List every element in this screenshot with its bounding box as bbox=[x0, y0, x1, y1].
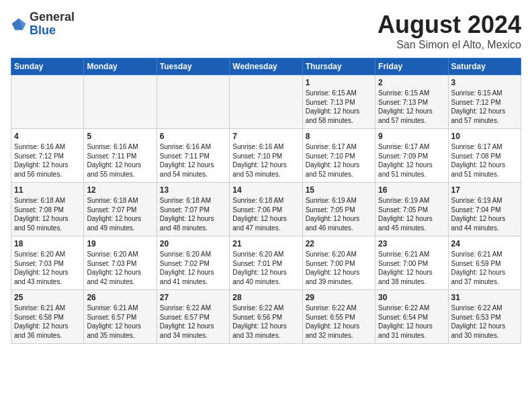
calendar-cell: 8Sunrise: 6:17 AM Sunset: 7:10 PM Daylig… bbox=[302, 129, 375, 183]
subtitle: San Simon el Alto, Mexico bbox=[378, 39, 521, 51]
day-content: Sunrise: 6:16 AM Sunset: 7:11 PM Dayligh… bbox=[160, 142, 226, 179]
week-row-5: 25Sunrise: 6:21 AM Sunset: 6:58 PM Dayli… bbox=[11, 290, 521, 344]
day-header-saturday: Saturday bbox=[448, 58, 521, 75]
day-content: Sunrise: 6:22 AM Sunset: 6:55 PM Dayligh… bbox=[306, 304, 372, 340]
calendar-cell: 2Sunrise: 6:15 AM Sunset: 7:13 PM Daylig… bbox=[375, 75, 448, 129]
logo-blue: Blue bbox=[30, 24, 56, 37]
day-number: 30 bbox=[378, 293, 445, 302]
calendar-cell: 21Sunrise: 6:20 AM Sunset: 7:01 PM Dayli… bbox=[230, 236, 302, 290]
week-row-2: 4Sunrise: 6:16 AM Sunset: 7:12 PM Daylig… bbox=[11, 129, 521, 183]
calendar-cell: 3Sunrise: 6:15 AM Sunset: 7:12 PM Daylig… bbox=[448, 75, 521, 129]
calendar-cell: 12Sunrise: 6:18 AM Sunset: 7:07 PM Dayli… bbox=[84, 183, 157, 236]
day-number: 3 bbox=[451, 78, 518, 87]
day-content: Sunrise: 6:22 AM Sunset: 6:57 PM Dayligh… bbox=[160, 304, 226, 340]
calendar-cell: 10Sunrise: 6:17 AM Sunset: 7:08 PM Dayli… bbox=[448, 129, 521, 183]
week-row-4: 18Sunrise: 6:20 AM Sunset: 7:03 PM Dayli… bbox=[11, 236, 521, 290]
day-number: 5 bbox=[87, 132, 153, 141]
day-number: 9 bbox=[378, 132, 445, 141]
calendar-cell: 17Sunrise: 6:19 AM Sunset: 7:04 PM Dayli… bbox=[448, 183, 521, 236]
day-header-thursday: Thursday bbox=[302, 58, 375, 75]
day-content: Sunrise: 6:19 AM Sunset: 7:04 PM Dayligh… bbox=[451, 196, 518, 232]
calendar-cell: 9Sunrise: 6:17 AM Sunset: 7:09 PM Daylig… bbox=[375, 129, 448, 183]
day-content: Sunrise: 6:21 AM Sunset: 6:57 PM Dayligh… bbox=[87, 304, 153, 340]
day-content: Sunrise: 6:18 AM Sunset: 7:06 PM Dayligh… bbox=[232, 196, 299, 232]
day-number: 8 bbox=[306, 132, 372, 141]
day-content: Sunrise: 6:15 AM Sunset: 7:13 PM Dayligh… bbox=[306, 89, 372, 125]
calendar-cell: 19Sunrise: 6:20 AM Sunset: 7:03 PM Dayli… bbox=[84, 236, 157, 290]
calendar-cell bbox=[230, 75, 302, 129]
day-content: Sunrise: 6:20 AM Sunset: 7:03 PM Dayligh… bbox=[87, 250, 153, 286]
calendar-cell bbox=[11, 75, 84, 129]
calendar-cell: 6Sunrise: 6:16 AM Sunset: 7:11 PM Daylig… bbox=[157, 129, 229, 183]
week-row-3: 11Sunrise: 6:18 AM Sunset: 7:08 PM Dayli… bbox=[11, 183, 521, 236]
day-number: 12 bbox=[87, 185, 153, 195]
day-content: Sunrise: 6:18 AM Sunset: 7:08 PM Dayligh… bbox=[14, 196, 81, 232]
day-number: 16 bbox=[378, 185, 445, 195]
calendar-table: SundayMondayTuesdayWednesdayThursdayFrid… bbox=[11, 58, 521, 344]
day-content: Sunrise: 6:21 AM Sunset: 6:59 PM Dayligh… bbox=[451, 250, 518, 286]
page-header: General Blue August 2024 San Simon el Al… bbox=[11, 11, 521, 51]
calendar-cell: 30Sunrise: 6:22 AM Sunset: 6:54 PM Dayli… bbox=[375, 290, 448, 344]
day-content: Sunrise: 6:16 AM Sunset: 7:12 PM Dayligh… bbox=[14, 142, 81, 179]
day-content: Sunrise: 6:20 AM Sunset: 7:03 PM Dayligh… bbox=[14, 250, 81, 286]
day-content: Sunrise: 6:22 AM Sunset: 6:56 PM Dayligh… bbox=[232, 304, 299, 340]
day-content: Sunrise: 6:19 AM Sunset: 7:05 PM Dayligh… bbox=[306, 196, 372, 232]
day-content: Sunrise: 6:20 AM Sunset: 7:00 PM Dayligh… bbox=[306, 250, 372, 286]
calendar-cell bbox=[157, 75, 229, 129]
day-header-tuesday: Tuesday bbox=[157, 58, 229, 75]
day-number: 29 bbox=[306, 293, 372, 302]
calendar-cell: 13Sunrise: 6:18 AM Sunset: 7:07 PM Dayli… bbox=[157, 183, 229, 236]
day-number: 26 bbox=[87, 293, 153, 302]
day-number: 25 bbox=[14, 293, 81, 302]
calendar-cell: 14Sunrise: 6:18 AM Sunset: 7:06 PM Dayli… bbox=[230, 183, 302, 236]
day-number: 21 bbox=[232, 239, 299, 248]
day-number: 31 bbox=[451, 293, 518, 302]
day-number: 7 bbox=[232, 132, 299, 141]
day-number: 10 bbox=[451, 132, 518, 141]
calendar-cell: 15Sunrise: 6:19 AM Sunset: 7:05 PM Dayli… bbox=[302, 183, 375, 236]
day-number: 13 bbox=[160, 185, 226, 195]
logo: General Blue bbox=[11, 11, 75, 38]
calendar-cell: 26Sunrise: 6:21 AM Sunset: 6:57 PM Dayli… bbox=[84, 290, 157, 344]
day-number: 2 bbox=[378, 78, 445, 87]
calendar-cell: 4Sunrise: 6:16 AM Sunset: 7:12 PM Daylig… bbox=[11, 129, 84, 183]
day-number: 15 bbox=[306, 185, 372, 195]
calendar-cell: 22Sunrise: 6:20 AM Sunset: 7:00 PM Dayli… bbox=[302, 236, 375, 290]
day-content: Sunrise: 6:22 AM Sunset: 6:53 PM Dayligh… bbox=[451, 304, 518, 340]
day-number: 22 bbox=[306, 239, 372, 248]
day-header-wednesday: Wednesday bbox=[230, 58, 302, 75]
title-block: August 2024 San Simon el Alto, Mexico bbox=[378, 11, 521, 51]
calendar-cell: 16Sunrise: 6:19 AM Sunset: 7:05 PM Dayli… bbox=[375, 183, 448, 236]
day-content: Sunrise: 6:18 AM Sunset: 7:07 PM Dayligh… bbox=[160, 196, 226, 232]
calendar-header-row: SundayMondayTuesdayWednesdayThursdayFrid… bbox=[11, 58, 521, 75]
day-content: Sunrise: 6:16 AM Sunset: 7:11 PM Dayligh… bbox=[87, 142, 153, 179]
day-number: 18 bbox=[14, 239, 81, 248]
calendar-cell: 5Sunrise: 6:16 AM Sunset: 7:11 PM Daylig… bbox=[84, 129, 157, 183]
calendar-cell: 24Sunrise: 6:21 AM Sunset: 6:59 PM Dayli… bbox=[448, 236, 521, 290]
day-number: 14 bbox=[232, 185, 299, 195]
logo-icon bbox=[11, 16, 27, 32]
day-number: 20 bbox=[160, 239, 226, 248]
day-content: Sunrise: 6:21 AM Sunset: 7:00 PM Dayligh… bbox=[378, 250, 445, 286]
day-number: 1 bbox=[306, 78, 372, 87]
calendar-cell: 23Sunrise: 6:21 AM Sunset: 7:00 PM Dayli… bbox=[375, 236, 448, 290]
main-title: August 2024 bbox=[378, 11, 521, 39]
calendar-cell: 25Sunrise: 6:21 AM Sunset: 6:58 PM Dayli… bbox=[11, 290, 84, 344]
day-number: 27 bbox=[160, 293, 226, 302]
day-header-sunday: Sunday bbox=[11, 58, 84, 75]
calendar-cell: 27Sunrise: 6:22 AM Sunset: 6:57 PM Dayli… bbox=[157, 290, 229, 344]
day-number: 28 bbox=[232, 293, 299, 302]
day-number: 6 bbox=[160, 132, 226, 141]
day-number: 4 bbox=[14, 132, 81, 141]
day-number: 19 bbox=[87, 239, 153, 248]
day-content: Sunrise: 6:17 AM Sunset: 7:08 PM Dayligh… bbox=[451, 142, 518, 179]
calendar-cell: 28Sunrise: 6:22 AM Sunset: 6:56 PM Dayli… bbox=[230, 290, 302, 344]
day-content: Sunrise: 6:17 AM Sunset: 7:10 PM Dayligh… bbox=[306, 142, 372, 179]
day-content: Sunrise: 6:15 AM Sunset: 7:12 PM Dayligh… bbox=[451, 89, 518, 125]
day-header-friday: Friday bbox=[375, 58, 448, 75]
day-content: Sunrise: 6:15 AM Sunset: 7:13 PM Dayligh… bbox=[378, 89, 445, 125]
day-content: Sunrise: 6:16 AM Sunset: 7:10 PM Dayligh… bbox=[232, 142, 299, 179]
logo-text: General Blue bbox=[30, 11, 75, 38]
day-content: Sunrise: 6:17 AM Sunset: 7:09 PM Dayligh… bbox=[378, 142, 445, 179]
day-number: 24 bbox=[451, 239, 518, 248]
